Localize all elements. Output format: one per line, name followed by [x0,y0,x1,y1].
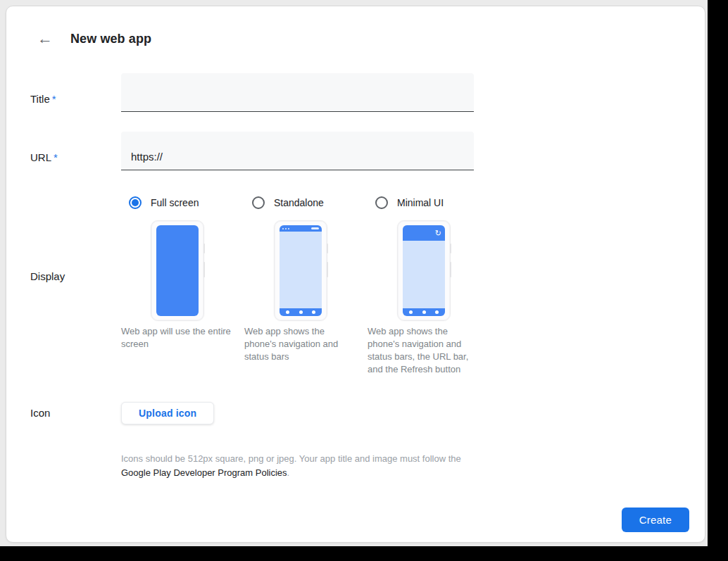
radio-standalone[interactable]: Standalone [244,196,357,210]
display-option-minimal-ui: Minimal UI ↻ [368,196,480,376]
radio-minimal-ui-label: Minimal UI [397,197,444,208]
nav-button-icon [299,310,303,314]
display-option-fullscreen: Full screen Web app will use the entire … [121,196,234,376]
nav-button-icon [312,310,315,314]
icon-row: Icon Upload icon [30,402,681,424]
status-dot [282,228,284,229]
create-button[interactable]: Create [622,508,689,532]
radio-fullscreen-label: Full screen [151,197,199,208]
radio-unselected-icon[interactable] [252,196,265,209]
nav-button-icon [422,310,426,314]
url-bar: ↻ [403,225,445,241]
screen-body [280,232,322,308]
url-row: URL* [30,132,681,170]
title-input[interactable] [121,73,474,111]
radio-fullscreen[interactable]: Full screen [121,196,234,210]
status-dot [285,228,287,229]
upload-icon-button[interactable]: Upload icon [121,402,214,424]
policies-link[interactable]: Google Play Developer Program Policies [121,467,287,478]
fullscreen-description: Web app will use the entire screen [121,325,234,351]
standalone-description: Web app shows the phone's navigation and… [244,325,357,363]
help-text-suffix: . [287,467,290,478]
icon-help-text: Icons should be 512px square, png or jpe… [121,452,473,480]
help-text-body: Icons should be 512px square, png or jpe… [121,453,461,464]
title-label: Title* [30,73,121,112]
icon-label: Icon [30,402,121,424]
dialog-header: ← New web app [30,30,681,47]
url-field-wrapper [121,132,474,170]
nav-button-icon [435,310,439,314]
radio-minimal-ui[interactable]: Minimal UI [368,196,480,210]
navigation-bar [280,308,322,316]
phone-preview-fullscreen [151,220,204,321]
nav-button-icon [409,310,413,314]
nav-button-icon [286,310,289,314]
title-label-text: Title [30,93,50,105]
url-input[interactable] [121,132,474,170]
refresh-icon: ↻ [435,229,441,237]
display-option-standalone: Standalone [244,196,357,376]
phone-preview-standalone [274,220,327,321]
url-label: URL* [30,132,121,170]
display-row: Display Full screen Web app will use the… [30,196,681,376]
required-asterisk: * [54,151,58,163]
navigation-bar [403,308,445,316]
battery-icon [311,227,319,229]
page-title: New web app [70,32,151,46]
screen-body [403,241,445,308]
display-options: Full screen Web app will use the entire … [121,196,681,376]
title-field-wrapper [121,73,474,112]
url-label-text: URL [30,151,51,163]
radio-standalone-label: Standalone [274,197,324,208]
radio-unselected-icon[interactable] [375,196,388,209]
title-row: Title* [30,73,681,112]
radio-selected-icon[interactable] [129,196,142,209]
back-arrow-icon[interactable]: ← [37,31,54,46]
required-asterisk: * [52,93,56,105]
status-bar [280,225,322,232]
phone-preview-minimal-ui: ↻ [397,220,451,321]
display-label: Display [30,196,121,376]
new-web-app-dialog: ← New web app Title* URL* [6,6,705,543]
minimal-ui-description: Web app shows the phone's navigation and… [368,325,480,376]
dialog-background: ← New web app Title* URL* [0,0,708,546]
fullscreen-screen [156,225,199,316]
status-dot [288,228,289,229]
